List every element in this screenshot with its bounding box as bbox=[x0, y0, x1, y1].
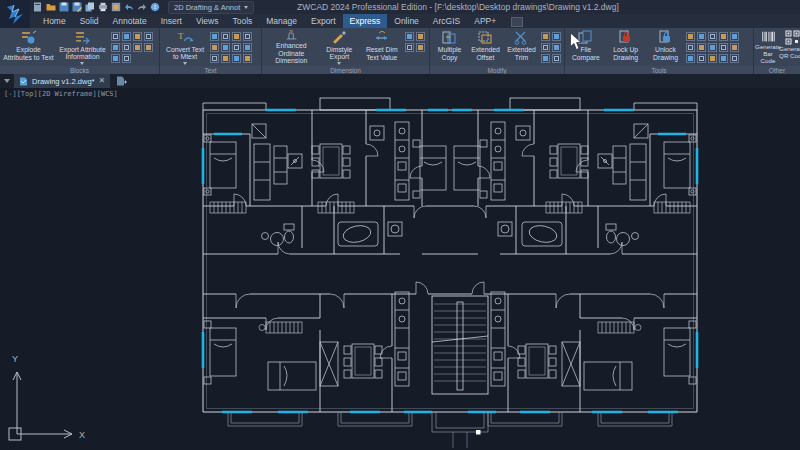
tab-export[interactable]: Export bbox=[304, 14, 343, 28]
small-tool-icon[interactable] bbox=[730, 32, 739, 41]
tab-home[interactable]: Home bbox=[36, 14, 73, 28]
tab-tools[interactable]: Tools bbox=[225, 14, 259, 28]
save-as-icon[interactable] bbox=[72, 2, 82, 12]
small-tool-icon[interactable] bbox=[686, 43, 695, 52]
panel-tools: File Compare Lock Up Drawing Unlock Draw… bbox=[565, 28, 754, 74]
small-tool-icon[interactable] bbox=[708, 54, 717, 63]
tab-arcgis[interactable]: ArcGIS bbox=[426, 14, 467, 28]
small-tool-icon[interactable] bbox=[210, 32, 219, 41]
print-icon[interactable] bbox=[98, 2, 108, 12]
small-tool-icon[interactable] bbox=[552, 43, 561, 52]
small-tool-icon[interactable] bbox=[144, 43, 153, 52]
small-tool-icon[interactable] bbox=[232, 32, 241, 41]
small-tool-icon[interactable] bbox=[719, 43, 728, 52]
panel-other: Generate Bar Code Generate QR Code Other bbox=[754, 28, 800, 74]
small-tool-icon[interactable] bbox=[708, 43, 717, 52]
viewport-controls[interactable]: [-][Top][2D Wireframe][WCS] bbox=[4, 90, 118, 98]
small-tool-icon[interactable] bbox=[232, 54, 241, 63]
explode-attributes-button[interactable]: Explode Attributes to Text bbox=[2, 29, 55, 66]
open-folder-icon[interactable] bbox=[46, 2, 56, 12]
small-tool-icon[interactable] bbox=[111, 54, 120, 63]
small-tool-icon[interactable] bbox=[416, 43, 425, 52]
new-doc-icon[interactable] bbox=[33, 2, 43, 12]
floor-plan-drawing[interactable] bbox=[170, 96, 730, 450]
tab-app-plus[interactable]: APP+ bbox=[467, 14, 503, 28]
small-tool-icon[interactable] bbox=[210, 43, 219, 52]
unlock-drawing-button[interactable]: Unlock Drawing bbox=[647, 29, 685, 66]
chevron-down-icon bbox=[183, 62, 187, 65]
tab-views[interactable]: Views bbox=[189, 14, 226, 28]
small-tool-icon[interactable] bbox=[232, 43, 241, 52]
tab-insert[interactable]: Insert bbox=[154, 14, 189, 28]
small-tool-icon[interactable] bbox=[221, 32, 230, 41]
tab-solid[interactable]: Solid bbox=[73, 14, 106, 28]
online-cloud-icon[interactable] bbox=[150, 2, 160, 12]
small-tool-icon[interactable] bbox=[708, 32, 717, 41]
tab-online[interactable]: Online bbox=[387, 14, 426, 28]
reset-dim-text-button[interactable]: Reset Dim Text Value bbox=[360, 29, 403, 66]
small-tool-icon[interactable] bbox=[686, 54, 695, 63]
ribbon-options-icon[interactable] bbox=[511, 17, 523, 27]
small-tool-icon[interactable] bbox=[111, 43, 120, 52]
dwg-file-icon bbox=[19, 77, 28, 86]
small-tool-icon[interactable] bbox=[133, 43, 142, 52]
generate-qr-code-button[interactable]: Generate QR Code bbox=[780, 29, 800, 66]
small-tool-icon[interactable] bbox=[243, 32, 252, 41]
small-tool-icon[interactable] bbox=[243, 54, 252, 63]
small-tool-icon[interactable] bbox=[552, 54, 561, 63]
small-tool-icon[interactable] bbox=[719, 32, 728, 41]
small-tool-icon[interactable] bbox=[541, 32, 550, 41]
convert-text-button[interactable]: T Convert Text to Mtext bbox=[162, 29, 208, 66]
small-tool-icon[interactable] bbox=[221, 54, 230, 63]
small-tool-icon[interactable] bbox=[405, 43, 414, 52]
drawing-canvas[interactable]: [-][Top][2D Wireframe][WCS] bbox=[0, 88, 800, 450]
workspace-switcher[interactable]: 2D Drafting & Annot bbox=[168, 1, 254, 14]
save-icon[interactable] bbox=[59, 2, 69, 12]
selection-grip[interactable] bbox=[476, 430, 481, 435]
drawing-tab-active[interactable]: Drawing v1.2.dwg* ✕ bbox=[14, 74, 110, 88]
generate-bar-code-button[interactable]: Generate Bar Code bbox=[756, 29, 780, 66]
tab-express[interactable]: Express bbox=[343, 14, 388, 28]
panel-text: T Convert Text to Mtext Text bbox=[160, 28, 262, 74]
new-drawing-icon[interactable] bbox=[116, 76, 127, 86]
small-tool-icon[interactable] bbox=[697, 43, 706, 52]
small-tool-icon[interactable] bbox=[552, 32, 561, 41]
tab-list-dropdown-icon[interactable] bbox=[4, 79, 10, 83]
small-tool-icon[interactable] bbox=[686, 32, 695, 41]
small-tool-icon[interactable] bbox=[133, 32, 142, 41]
extended-offset-button[interactable]: Extended Offset bbox=[468, 29, 503, 66]
small-tool-icon[interactable] bbox=[416, 32, 425, 41]
close-icon[interactable]: ✕ bbox=[99, 77, 106, 85]
small-tool-icon[interactable] bbox=[122, 43, 131, 52]
small-tool-icon[interactable] bbox=[144, 32, 153, 41]
small-tool-icon[interactable] bbox=[111, 32, 120, 41]
small-tool-icon[interactable] bbox=[730, 54, 739, 63]
small-tool-icon[interactable] bbox=[210, 54, 219, 63]
redo-icon[interactable] bbox=[137, 2, 147, 12]
dimstyle-export-icon bbox=[331, 30, 348, 45]
extended-trim-button[interactable]: Extended Trim bbox=[504, 29, 539, 66]
dimstyle-export-button[interactable]: Dimstyle Export bbox=[320, 29, 360, 66]
chevron-down-icon bbox=[244, 6, 248, 9]
undo-icon[interactable] bbox=[124, 2, 134, 12]
small-tool-icon[interactable] bbox=[719, 54, 728, 63]
copy-icon[interactable] bbox=[85, 2, 95, 12]
enhanced-ordinate-dim-button[interactable]: 28 Enhanced Ordinate Dimension bbox=[264, 29, 319, 66]
small-tool-icon[interactable] bbox=[541, 54, 550, 63]
small-tool-icon[interactable] bbox=[122, 54, 131, 63]
tab-annotate[interactable]: Annotate bbox=[106, 14, 154, 28]
small-tool-icon[interactable] bbox=[221, 43, 230, 52]
multiple-copy-button[interactable]: Multiple Copy bbox=[432, 29, 467, 66]
small-tool-icon[interactable] bbox=[405, 32, 414, 41]
small-tool-icon[interactable] bbox=[122, 32, 131, 41]
small-tool-icon[interactable] bbox=[730, 43, 739, 52]
export-attribute-info-button[interactable]: Export Attribute Information bbox=[56, 29, 109, 66]
small-tool-icon[interactable] bbox=[541, 43, 550, 52]
lock-up-drawing-button[interactable]: Lock Up Drawing bbox=[606, 29, 646, 66]
chevron-down-icon bbox=[80, 62, 84, 65]
tab-manage[interactable]: Manage bbox=[259, 14, 304, 28]
small-tool-icon[interactable] bbox=[697, 32, 706, 41]
small-tool-icon[interactable] bbox=[697, 54, 706, 63]
small-tool-icon[interactable] bbox=[243, 43, 252, 52]
plot-preview-icon[interactable] bbox=[111, 2, 121, 12]
